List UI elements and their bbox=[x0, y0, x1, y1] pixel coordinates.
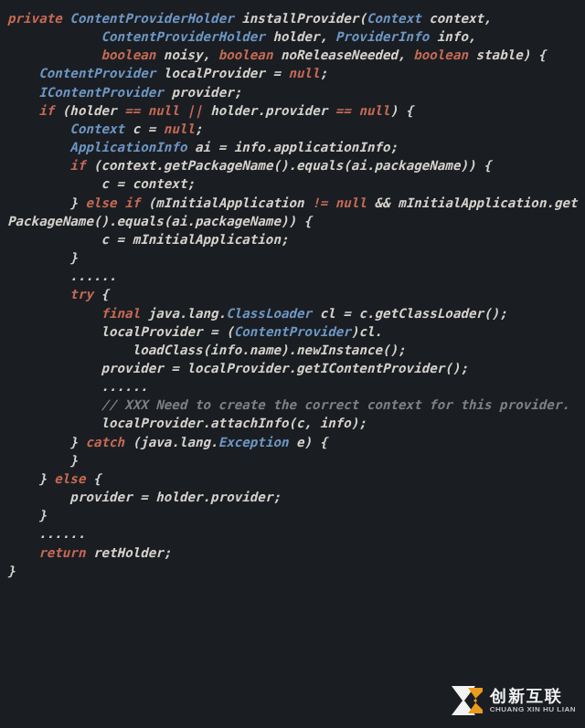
txt: (mInitialApplication bbox=[140, 195, 312, 210]
type: ContentProviderHolder bbox=[69, 11, 233, 26]
txt: } bbox=[7, 453, 78, 468]
txt bbox=[327, 195, 335, 210]
op: || bbox=[187, 103, 203, 118]
watermark-logo-icon bbox=[448, 682, 484, 719]
txt bbox=[7, 287, 69, 301]
txt: (java.lang. bbox=[124, 435, 218, 449]
null: null bbox=[164, 121, 195, 136]
null: null bbox=[335, 195, 367, 210]
type: ApplicationInfo bbox=[69, 140, 186, 154]
txt: (context.getPackageName().equals(ai.pack… bbox=[85, 158, 491, 173]
kw-else: else bbox=[85, 195, 116, 210]
op: != bbox=[312, 195, 327, 210]
kw: boolean bbox=[218, 47, 273, 62]
kw-try: try bbox=[69, 287, 93, 301]
kw-return: return bbox=[38, 545, 85, 560]
txt: installProvider( bbox=[234, 11, 367, 26]
kw-private: private bbox=[7, 11, 62, 26]
code-block: private ContentProviderHolder installPro… bbox=[7, 9, 578, 580]
txt: noisy, bbox=[155, 47, 218, 62]
txt: localProvider = ( bbox=[7, 324, 234, 339]
null: null bbox=[148, 103, 179, 118]
kw-final: final bbox=[101, 306, 141, 321]
null: null bbox=[289, 66, 320, 80]
kw-if: if bbox=[69, 158, 85, 173]
txt bbox=[117, 195, 125, 210]
txt: noReleaseNeeded, bbox=[272, 47, 413, 62]
txt bbox=[7, 66, 38, 80]
txt: { bbox=[85, 471, 101, 486]
txt: localProvider.attachInfo(c, info); bbox=[7, 416, 367, 430]
txt: } bbox=[7, 471, 54, 486]
op: == bbox=[335, 103, 351, 118]
kw: boolean bbox=[413, 47, 468, 62]
null: null bbox=[358, 103, 389, 118]
txt: } bbox=[7, 435, 85, 449]
watermark-cn: 创新互联 bbox=[490, 688, 576, 704]
txt: { bbox=[93, 287, 109, 301]
txt: ai = info.applicationInfo; bbox=[186, 140, 398, 154]
txt bbox=[7, 306, 101, 321]
txt: } bbox=[7, 195, 85, 210]
kw: boolean bbox=[101, 47, 156, 62]
type: Context bbox=[69, 121, 124, 136]
txt: ...... bbox=[7, 269, 117, 283]
txt: ...... bbox=[7, 526, 85, 541]
kw-catch: catch bbox=[85, 435, 124, 449]
txt bbox=[7, 47, 101, 62]
txt bbox=[7, 158, 69, 173]
txt: retHolder; bbox=[85, 545, 171, 560]
txt: ) { bbox=[390, 103, 414, 118]
txt: holder.provider bbox=[203, 103, 335, 118]
type: Context bbox=[367, 11, 421, 26]
txt: )cl. bbox=[351, 324, 382, 339]
type: ClassLoader bbox=[226, 306, 312, 321]
txt: info, bbox=[429, 29, 475, 44]
txt: provider; bbox=[164, 85, 241, 100]
txt: } bbox=[7, 508, 47, 522]
txt: provider = localProvider.getIContentProv… bbox=[7, 361, 468, 375]
type: ProviderInfo bbox=[335, 29, 430, 44]
txt: e) { bbox=[289, 435, 328, 449]
txt: } bbox=[7, 564, 16, 578]
txt bbox=[7, 29, 101, 44]
txt: holder, bbox=[265, 29, 335, 44]
txt: context, bbox=[421, 11, 492, 26]
op: == bbox=[124, 103, 140, 118]
txt: loadClass(info.name).newInstance(); bbox=[7, 343, 406, 357]
txt bbox=[140, 103, 148, 118]
txt: localProvider = bbox=[155, 66, 288, 80]
txt bbox=[7, 103, 38, 118]
txt bbox=[7, 545, 38, 560]
txt bbox=[179, 103, 187, 118]
txt bbox=[7, 140, 69, 154]
txt bbox=[7, 85, 38, 100]
kw-if: if bbox=[124, 195, 140, 210]
txt: stable) { bbox=[468, 47, 546, 62]
txt: c = context; bbox=[7, 176, 195, 191]
txt: c = bbox=[124, 121, 164, 136]
txt bbox=[7, 397, 101, 412]
txt: provider = holder.provider; bbox=[7, 490, 281, 504]
kw-else: else bbox=[54, 471, 85, 486]
txt: } bbox=[7, 250, 78, 265]
type: Exception bbox=[218, 435, 289, 449]
watermark: 创新互联 CHUANG XIN HU LIAN bbox=[448, 682, 576, 719]
txt: java.lang. bbox=[140, 306, 226, 321]
type: ContentProviderHolder bbox=[101, 29, 265, 44]
comment: // XXX Need to create the correct contex… bbox=[101, 397, 570, 412]
txt: ; bbox=[320, 66, 328, 80]
kw-if: if bbox=[38, 103, 54, 118]
txt: c = mInitialApplication; bbox=[7, 232, 289, 247]
txt bbox=[7, 121, 69, 136]
txt: (holder bbox=[54, 103, 124, 118]
type: ContentProvider bbox=[38, 66, 155, 80]
txt: ; bbox=[195, 121, 203, 136]
txt: ...... bbox=[7, 379, 148, 394]
type: IContentProvider bbox=[38, 85, 164, 100]
type: ContentProvider bbox=[234, 324, 351, 339]
txt: cl = c.getClassLoader(); bbox=[312, 306, 507, 321]
watermark-en: CHUANG XIN HU LIAN bbox=[490, 706, 576, 713]
watermark-text: 创新互联 CHUANG XIN HU LIAN bbox=[490, 688, 576, 713]
